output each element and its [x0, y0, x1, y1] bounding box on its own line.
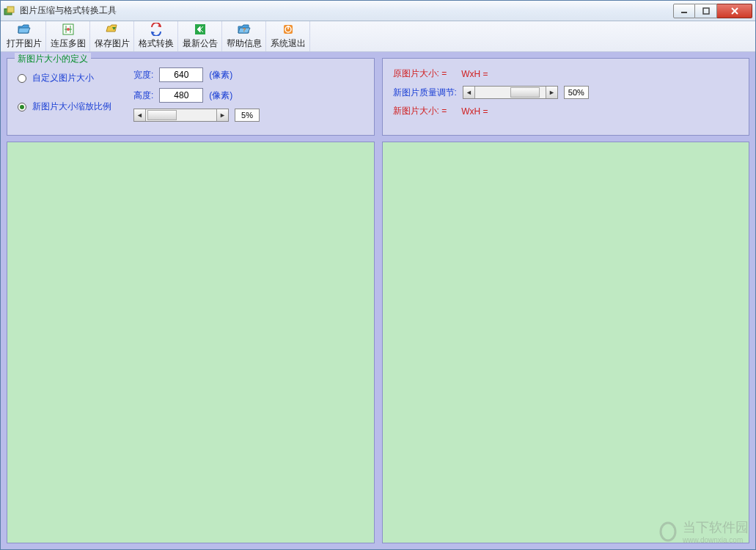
toolbar-label: 保存图片: [95, 37, 130, 50]
svg-point-7: [67, 28, 70, 31]
scale-value-box: 5%: [235, 109, 260, 122]
titlebar: 图片压缩与格式转换工具: [1, 1, 755, 21]
original-preview: [7, 142, 375, 543]
app-icon: [4, 5, 15, 17]
notice-icon: [194, 23, 207, 36]
width-unit: (像素): [209, 69, 232, 81]
original-size-value: WxH =: [461, 69, 488, 79]
exit-button[interactable]: 系统退出: [266, 21, 310, 51]
quality-thumb[interactable]: [510, 87, 540, 98]
preview-area: [7, 142, 749, 543]
announcement-button[interactable]: 最新公告: [178, 21, 222, 51]
toolbar-label: 格式转换: [139, 37, 174, 50]
scale-track[interactable]: [146, 109, 216, 121]
height-unit: (像素): [209, 89, 232, 102]
custom-size-radio[interactable]: [18, 74, 26, 83]
minimize-button[interactable]: [673, 4, 695, 18]
folder-open-icon: [18, 23, 31, 36]
scale-increase-button[interactable]: ►: [216, 109, 228, 121]
new-size-value: WxH =: [461, 106, 488, 117]
image-info-panel: 原图片大小: = WxH = 新图片质量调节: ◄ ► 50% 新图片: [382, 58, 750, 136]
close-button[interactable]: [717, 4, 752, 18]
content-area: 新图片大小的定义 自定义图片大小 新图片大小缩放比例: [1, 52, 755, 549]
quality-track[interactable]: [475, 87, 546, 98]
help-folder-icon: ?: [238, 23, 251, 36]
panel-title: 新图片大小的定义: [15, 53, 91, 65]
scale-slider[interactable]: ◄ ►: [133, 109, 229, 122]
scale-thumb[interactable]: [147, 110, 177, 120]
power-icon: [282, 23, 295, 36]
new-preview: [382, 142, 750, 543]
help-button[interactable]: ? 帮助信息: [222, 21, 266, 51]
multi-image-icon: [62, 23, 75, 36]
quality-slider[interactable]: ◄ ►: [463, 86, 558, 99]
maximize-button[interactable]: [695, 4, 717, 18]
quality-decrease-button[interactable]: ◄: [463, 87, 475, 98]
toolbar: 打开图片 连压多图 保存图片 格式转换 最新公告: [1, 21, 755, 52]
window-title: 图片压缩与格式转换工具: [20, 4, 673, 17]
svg-text:?: ?: [242, 26, 246, 33]
custom-size-label: 自定义图片大小: [32, 72, 94, 84]
open-image-button[interactable]: 打开图片: [2, 21, 46, 51]
window-controls: [673, 4, 752, 18]
height-input[interactable]: [159, 88, 203, 103]
scale-decrease-button[interactable]: ◄: [134, 109, 146, 121]
svg-rect-3: [703, 8, 709, 14]
format-convert-button[interactable]: 格式转换: [134, 21, 178, 51]
height-label: 高度:: [133, 89, 153, 102]
convert-icon: [150, 23, 163, 36]
toolbar-label: 帮助信息: [227, 37, 262, 50]
top-panels: 新图片大小的定义 自定义图片大小 新图片大小缩放比例: [7, 58, 749, 136]
quality-value-box: 50%: [564, 86, 589, 99]
scale-ratio-radio[interactable]: [18, 103, 26, 111]
width-label: 宽度:: [133, 69, 153, 81]
toolbar-label: 系统退出: [271, 37, 306, 50]
svg-rect-1: [7, 7, 14, 12]
toolbar-label: 连压多图: [51, 37, 86, 50]
multi-compress-button[interactable]: 连压多图: [46, 21, 90, 51]
app-window: 图片压缩与格式转换工具 打开图片 连压多图: [0, 0, 756, 550]
size-definition-panel: 新图片大小的定义 自定义图片大小 新图片大小缩放比例: [7, 58, 375, 136]
new-size-label: 新图片大小: =: [393, 105, 447, 117]
save-image-button[interactable]: 保存图片: [90, 21, 134, 51]
scale-ratio-label: 新图片大小缩放比例: [32, 100, 111, 113]
width-input[interactable]: [159, 67, 203, 82]
toolbar-label: 最新公告: [183, 37, 218, 50]
quality-label: 新图片质量调节:: [393, 87, 457, 99]
save-icon: [106, 23, 119, 36]
quality-increase-button[interactable]: ►: [546, 87, 557, 98]
toolbar-label: 打开图片: [7, 37, 42, 50]
original-size-label: 原图片大小: =: [393, 67, 447, 80]
svg-rect-2: [681, 12, 687, 13]
